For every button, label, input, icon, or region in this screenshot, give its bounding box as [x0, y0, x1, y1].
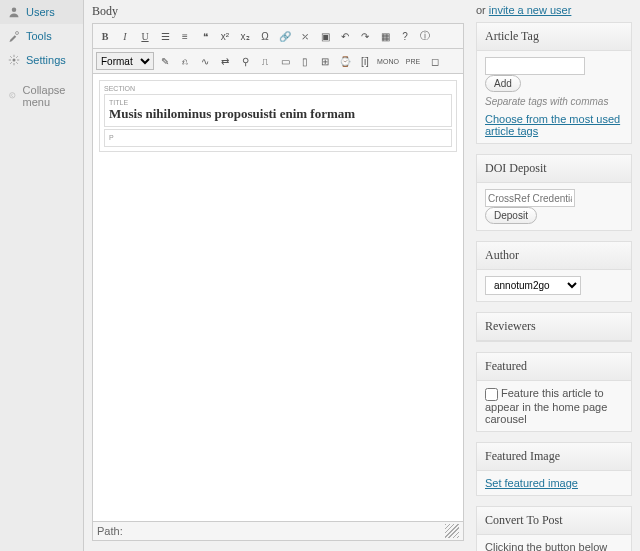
sidebar-item-label: Settings: [26, 54, 66, 66]
path-label: Path:: [97, 525, 123, 537]
redo-button[interactable]: ↷: [356, 27, 374, 45]
tool-h[interactable]: ▯: [296, 52, 314, 70]
tool-c[interactable]: ∿: [196, 52, 214, 70]
tool-b[interactable]: ⎌: [176, 52, 194, 70]
tools-icon: [8, 30, 20, 42]
quote-button[interactable]: ❝: [196, 27, 214, 45]
doi-panel: DOI Deposit Deposit: [476, 154, 632, 231]
author-heading: Author: [477, 242, 631, 270]
omega-button[interactable]: Ω: [256, 27, 274, 45]
help-button[interactable]: ?: [396, 27, 414, 45]
collapse-menu[interactable]: Collapse menu: [0, 78, 83, 114]
unlink-button[interactable]: ⤫: [296, 27, 314, 45]
article-tag-panel: Article Tag Add Separate tags with comma…: [476, 22, 632, 144]
bold-button[interactable]: B: [96, 27, 114, 45]
svg-point-3: [10, 93, 15, 98]
superscript-button[interactable]: x²: [216, 27, 234, 45]
featured-image-panel: Featured Image Set featured image: [476, 442, 632, 496]
number-list-button[interactable]: ≡: [176, 27, 194, 45]
bullet-list-button[interactable]: ☰: [156, 27, 174, 45]
title-text[interactable]: Musis nihilominus proposuisti enim forma…: [109, 106, 447, 122]
collapse-icon: [8, 90, 17, 102]
users-icon: [8, 6, 20, 18]
tool-e[interactable]: ⚲: [236, 52, 254, 70]
grid-button[interactable]: ▦: [376, 27, 394, 45]
tag-input[interactable]: [485, 57, 585, 75]
tag-hint: Separate tags with commas: [485, 96, 623, 107]
tool-j[interactable]: ⌚: [336, 52, 354, 70]
subscript-button[interactable]: x₂: [236, 27, 254, 45]
invite-line: or invite a new user: [476, 4, 632, 22]
featured-panel: Featured Feature this article to appear …: [476, 352, 632, 432]
format-select[interactable]: Format: [96, 52, 154, 70]
tool-l[interactable]: ◻: [426, 52, 444, 70]
toolbar-row-2: Format ✎ ⎌ ∿ ⇄ ⚲ ⎍ ▭ ▯ ⊞ ⌚ [i] MONO PRE …: [92, 49, 464, 74]
mono-button[interactable]: MONO: [376, 52, 400, 70]
editor-content[interactable]: SECTION TITLE Musis nihilominus proposui…: [92, 74, 464, 522]
toolbar-row-1: B I U ☰ ≡ ❝ x² x₂ Ω 🔗 ⤫ ▣ ↶ ↷ ▦ ? ⓘ: [92, 23, 464, 49]
sidebar-item-label: Users: [26, 6, 55, 18]
svg-point-2: [13, 59, 16, 62]
featured-text: Feature this article to appear in the ho…: [485, 387, 607, 425]
choose-tags-link[interactable]: Choose from the most used article tags: [485, 113, 623, 137]
admin-sidebar: Users Tools Settings Collapse menu: [0, 0, 84, 551]
undo-button[interactable]: ↶: [336, 27, 354, 45]
convert-panel: Convert To Post Clicking the button belo…: [476, 506, 632, 551]
info-button[interactable]: ⓘ: [416, 27, 434, 45]
italic-button[interactable]: I: [116, 27, 134, 45]
tool-f[interactable]: ⎍: [256, 52, 274, 70]
title-tag: TITLE: [109, 99, 447, 106]
tool-d[interactable]: ⇄: [216, 52, 234, 70]
add-tag-button[interactable]: Add: [485, 75, 521, 92]
path-bar: Path:: [92, 522, 464, 541]
sidebar-item-tools[interactable]: Tools: [0, 24, 83, 48]
svg-point-0: [12, 8, 17, 13]
tool-k[interactable]: [i]: [356, 52, 374, 70]
svg-point-1: [16, 32, 19, 35]
image-button[interactable]: ▣: [316, 27, 334, 45]
pre-button[interactable]: PRE: [402, 52, 424, 70]
doi-input[interactable]: [485, 189, 575, 207]
underline-button[interactable]: U: [136, 27, 154, 45]
link-button[interactable]: 🔗: [276, 27, 294, 45]
convert-heading: Convert To Post: [477, 507, 631, 535]
deposit-button[interactable]: Deposit: [485, 207, 537, 224]
collapse-label: Collapse menu: [23, 84, 75, 108]
reviewers-panel: Reviewers: [476, 312, 632, 342]
tool-i[interactable]: ⊞: [316, 52, 334, 70]
resize-handle[interactable]: [445, 524, 459, 538]
featured-checkbox[interactable]: [485, 388, 498, 401]
doi-heading: DOI Deposit: [477, 155, 631, 183]
tool-a[interactable]: ✎: [156, 52, 174, 70]
tool-g[interactable]: ▭: [276, 52, 294, 70]
featured-image-heading: Featured Image: [477, 443, 631, 471]
reviewers-heading: Reviewers: [477, 313, 631, 341]
para-tag: P: [109, 134, 447, 141]
set-featured-image-link[interactable]: Set featured image: [485, 477, 578, 489]
invite-link[interactable]: invite a new user: [489, 4, 572, 16]
featured-heading: Featured: [477, 353, 631, 381]
gear-icon: [8, 54, 20, 66]
sidebar-item-label: Tools: [26, 30, 52, 42]
author-panel: Author annotum2go: [476, 241, 632, 302]
sidebar-item-settings[interactable]: Settings: [0, 48, 83, 72]
author-select[interactable]: annotum2go: [485, 276, 581, 295]
body-heading: Body: [92, 0, 464, 23]
section-tag: SECTION: [104, 85, 452, 92]
sidebar-item-users[interactable]: Users: [0, 0, 83, 24]
article-tag-heading: Article Tag: [477, 23, 631, 51]
